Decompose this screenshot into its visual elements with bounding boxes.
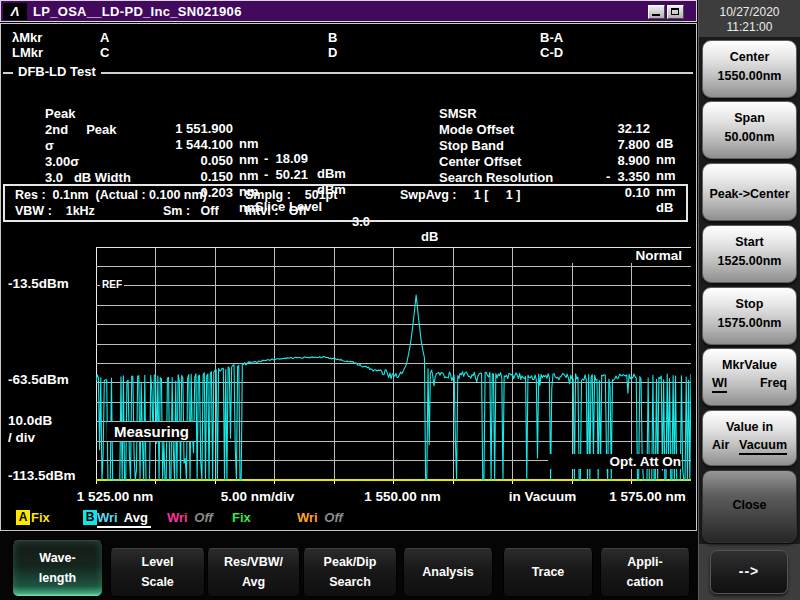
optical-attenuator-status: Opt. Att On (548, 454, 681, 469)
center-button[interactable]: Center 1550.00nm (702, 40, 797, 98)
button-label: MkrValue (703, 358, 796, 372)
result-row-search-resolution: Search Resolution 0.10 dB (0, 155, 697, 171)
button-label: Center (703, 50, 796, 64)
marker-c-label: C (100, 45, 109, 60)
frequency-option: Freq (760, 376, 787, 393)
trace-a-mode[interactable]: Fix (31, 510, 53, 525)
tab-label: Trace (504, 565, 592, 579)
trace-b-mode[interactable]: Wri Avg (97, 510, 151, 528)
tab-analysis[interactable]: Analysis (403, 548, 493, 597)
maximize-button[interactable] (667, 5, 684, 19)
button-label: Start (703, 235, 796, 249)
trace-b-avg-label: Avg (124, 510, 148, 525)
vacuum-option: Vacuum (739, 438, 787, 455)
value-in-button[interactable]: Value in Air Vacuum (702, 410, 797, 466)
x-axis-medium-label: in Vacuum (490, 489, 595, 504)
trace-b-mode-label: Wri (97, 510, 118, 525)
title-bar: Λ LP_OSA__LD-PD_Inc_SN021906 (0, 0, 697, 22)
date-label: 10/27/2020 (699, 5, 800, 20)
button-label: Value in (703, 420, 796, 434)
tab-level-scale[interactable]: Level Scale (110, 548, 205, 597)
result-row-smsr: SMSR 32.12 dB (0, 91, 697, 107)
button-label: Close (703, 498, 796, 512)
tab-application[interactable]: Appli- cation (600, 548, 690, 597)
x-axis-stop-label: 1 575.00 nm (600, 489, 695, 504)
interval-setting: Intvl : Off (245, 204, 307, 218)
trace-a-badge[interactable]: A (16, 510, 30, 525)
button-value: 50.00nm (703, 130, 796, 144)
marker-cd-label: C-D (540, 45, 563, 60)
tab-label: Res/VBW/ (208, 555, 299, 569)
marker-b-label: B (328, 30, 337, 45)
button-value: 1575.00nm (703, 316, 796, 330)
level-marker-label: LMkr (12, 45, 43, 60)
marker-row-wavelength: λMkr A B B-A (0, 30, 697, 45)
tab-label: Search (304, 575, 396, 589)
close-button[interactable]: Close (702, 470, 797, 543)
datetime-display: 10/27/2020 11:21:00 (699, 5, 800, 35)
arrow-right-icon: --> (711, 563, 787, 579)
trace-d-mode[interactable]: Fix (232, 510, 254, 525)
y-axis-ref-label: -13.5dBm (8, 276, 69, 291)
marker-d-label: D (328, 45, 337, 60)
result-label: Search Resolution (439, 170, 553, 185)
button-label: Span (703, 111, 796, 125)
start-button[interactable]: Start 1525.00nm (702, 225, 797, 283)
anritsu-logo-icon: Λ (3, 3, 27, 20)
y-axis-scale-unit: / div (8, 430, 35, 445)
tab-label: Peak/Dip (304, 555, 396, 569)
sweep-settings-box: Res : 0.1nm (Actual : 0.100 nm) Smplg : … (3, 184, 688, 222)
vbw-setting: VBW : 1kHz (15, 204, 95, 218)
y-axis-scale-label: 10.0dB (8, 413, 52, 428)
smoothing-setting: Sm : Off (163, 204, 219, 218)
tab-label: Scale (111, 575, 204, 589)
tab-res-vbw-avg[interactable]: Res/VBW/ Avg (207, 548, 300, 597)
button-value: 1525.00nm (703, 254, 796, 268)
trace-c-mode[interactable]: Wri Off (167, 510, 216, 525)
x-axis-div-label: 5.00 nm/div (200, 489, 315, 504)
measure-mode-label: Normal (555, 248, 682, 263)
tab-trace[interactable]: Trace (503, 548, 593, 597)
tab-label: cation (601, 575, 689, 589)
slice-level-unit: dB (421, 229, 438, 244)
minimize-icon (652, 14, 660, 16)
span-button[interactable]: Span 50.00nm (702, 101, 797, 159)
x-axis-center-label: 1 550.00 nm (345, 489, 460, 504)
button-label: Stop (703, 297, 796, 311)
tab-label: Avg (208, 575, 299, 589)
sampling-setting: Smplg : 501pt (245, 188, 337, 202)
trace-a-mode-label: Fix (31, 510, 50, 525)
spectrum-plot (96, 247, 691, 487)
button-label: Peak->Center (703, 187, 796, 201)
result-label: 3.0 dB Width (45, 170, 131, 185)
peak-to-center-button[interactable]: Peak->Center (702, 163, 797, 221)
more-menu-arrow-button[interactable]: --> (710, 550, 788, 594)
trace-e-mode[interactable]: Wri Off (297, 510, 346, 525)
y-axis-bottom-label: -113.5dBm (8, 468, 76, 483)
x-axis-start-label: 1 525.00 nm (60, 489, 170, 504)
osa-application-window: Λ LP_OSA__LD-PD_Inc_SN021906 λMkr A B B-… (0, 0, 800, 600)
wavelength-option: Wl (712, 376, 727, 393)
result-row-center-offset: Center Offset - 3.350 nm (0, 139, 697, 155)
minimize-button[interactable] (648, 5, 665, 19)
tab-wavelength[interactable]: Wave- length (12, 540, 103, 597)
tab-label: length (13, 571, 102, 585)
air-option: Air (712, 438, 729, 455)
marker-ba-label: B-A (540, 30, 563, 45)
spectrum-trace-canvas (96, 247, 691, 487)
trace-b-badge[interactable]: B (83, 510, 97, 525)
tab-label: Appli- (601, 555, 689, 569)
stop-button[interactable]: Stop 1575.00nm (702, 287, 797, 345)
tab-label: Analysis (404, 565, 492, 579)
tab-peak-dip-search[interactable]: Peak/Dip Search (303, 548, 397, 597)
result-value: - 3.350 (556, 169, 650, 184)
result-wavelength: 0.150 (133, 169, 233, 184)
marker-row-level: LMkr C D C-D (0, 45, 697, 60)
tab-label: Wave- (13, 551, 102, 565)
maximize-icon (671, 8, 679, 15)
section-title: DFB-LD Test (13, 64, 101, 79)
lambda-marker-label: λMkr (12, 30, 42, 45)
result-row-mode-offset: Mode Offset 7.800 nm (0, 107, 697, 123)
button-value: 1550.00nm (703, 69, 796, 83)
marker-value-button[interactable]: MkrValue Wl Freq (702, 348, 797, 406)
